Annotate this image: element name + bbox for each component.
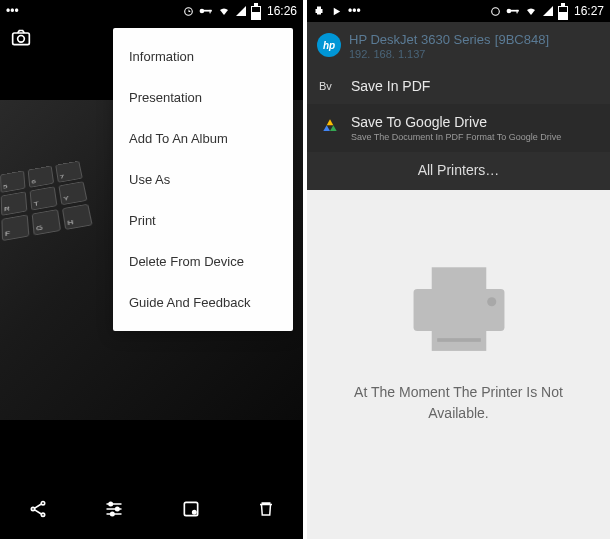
- menu-item-delete[interactable]: Delete From Device: [113, 241, 293, 282]
- printer-code: [9BC848]: [495, 32, 549, 47]
- printer-notif-icon: [313, 5, 325, 17]
- menu-item-use-as[interactable]: Use As: [113, 159, 293, 200]
- bottom-toolbar: [0, 483, 303, 539]
- printer-ip: 192. 168. 1.137: [349, 48, 549, 60]
- save-drive-option[interactable]: Save To Google Drive Save The Document I…: [307, 104, 610, 152]
- sliders-icon[interactable]: [104, 499, 124, 523]
- google-drive-icon: [319, 116, 341, 140]
- camera-icon[interactable]: [10, 28, 32, 52]
- share-icon[interactable]: [28, 499, 48, 523]
- svg-rect-15: [317, 12, 321, 15]
- status-bar: ••• 16:27: [307, 0, 610, 22]
- svg-point-9: [116, 507, 119, 510]
- signal-icon: [542, 5, 554, 17]
- svg-point-4: [18, 36, 25, 43]
- battery-icon: [558, 3, 568, 20]
- svg-rect-14: [317, 7, 321, 10]
- clock-text: 16:26: [267, 4, 297, 18]
- play-icon: [331, 6, 342, 17]
- signal-icon: [235, 5, 247, 17]
- svg-point-5: [31, 507, 34, 510]
- svg-rect-2: [209, 10, 210, 14]
- trash-icon[interactable]: [257, 499, 275, 523]
- save-drive-sub: Save The Document In PDF Format To Googl…: [351, 132, 561, 142]
- wifi-icon: [217, 5, 231, 17]
- wifi-icon: [524, 5, 538, 17]
- svg-point-7: [41, 513, 44, 516]
- all-printers-button[interactable]: All Printers…: [307, 152, 610, 190]
- svg-rect-19: [431, 267, 486, 289]
- key-icon: [506, 6, 520, 16]
- menu-item-print[interactable]: Print: [113, 200, 293, 241]
- notification-dots-icon: •••: [6, 4, 19, 18]
- save-drive-label: Save To Google Drive: [351, 114, 561, 130]
- menu-item-feedback[interactable]: Guide And Feedback: [113, 282, 293, 323]
- svg-rect-22: [431, 324, 486, 351]
- alarm-icon: [182, 5, 195, 18]
- printer-placeholder-icon: [327, 260, 590, 364]
- pdf-icon: Bv: [319, 80, 341, 92]
- context-menu: Information Presentation Add To An Album…: [113, 28, 293, 331]
- alarm-icon: [489, 5, 502, 18]
- empty-state: At The Moment The Printer Is Not Availab…: [307, 190, 610, 424]
- svg-point-0: [200, 9, 205, 14]
- svg-point-8: [109, 502, 112, 505]
- left-screenshot: ••• 16:26 4567 E: [0, 0, 303, 539]
- notification-dots-icon: •••: [348, 4, 361, 18]
- svg-rect-18: [516, 10, 517, 14]
- svg-point-16: [507, 9, 512, 14]
- svg-point-21: [487, 297, 496, 306]
- right-screenshot: ••• 16:27 hp HP DeskJet 3630 Seri: [307, 0, 610, 539]
- svg-point-10: [111, 512, 114, 515]
- printer-selector[interactable]: hp HP DeskJet 3630 Series [9BC848] 192. …: [307, 22, 610, 68]
- clock-text: 16:27: [574, 4, 604, 18]
- svg-rect-23: [437, 338, 481, 342]
- save-pdf-option[interactable]: Bv Save In PDF: [307, 68, 610, 104]
- crop-icon[interactable]: [181, 499, 201, 523]
- key-icon: [199, 6, 213, 16]
- hp-logo-icon: hp: [317, 33, 341, 57]
- printer-name: HP DeskJet 3630 Series: [349, 32, 490, 47]
- battery-icon: [251, 3, 261, 20]
- menu-item-add-to-album[interactable]: Add To An Album: [113, 118, 293, 159]
- save-pdf-label: Save In PDF: [351, 78, 430, 94]
- empty-state-message: At The Moment The Printer Is Not Availab…: [327, 382, 590, 424]
- svg-point-6: [41, 502, 44, 505]
- status-bar: ••• 16:26: [0, 0, 303, 22]
- menu-item-information[interactable]: Information: [113, 36, 293, 77]
- menu-item-presentation[interactable]: Presentation: [113, 77, 293, 118]
- svg-point-12: [192, 511, 195, 514]
